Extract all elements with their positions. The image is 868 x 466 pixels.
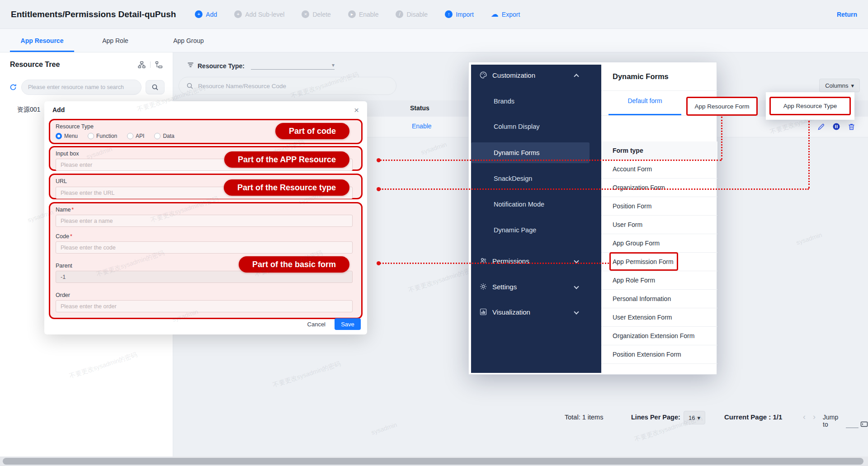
form-type-item[interactable]: Organization Extension Form	[601, 327, 717, 345]
radio-dot	[56, 133, 62, 139]
radio-menu-label: Menu	[64, 133, 78, 139]
sidebar-section-permissions[interactable]: Permissions	[471, 250, 601, 271]
form-type-item[interactable]: App Role Form	[601, 271, 717, 290]
add-sublevel-icon: +	[234, 10, 242, 18]
sidebar-item-column-display[interactable]: Column Display	[471, 116, 601, 137]
tab-app-group[interactable]: App Group	[152, 29, 225, 52]
sidebar-item-snackdesign[interactable]: SnackDesign	[471, 168, 601, 189]
form-type-item[interactable]: User Extension Form	[601, 308, 717, 327]
cancel-button[interactable]: Cancel	[307, 321, 326, 328]
radio-api[interactable]: API	[127, 133, 144, 139]
sidebar-section-settings[interactable]: Settings	[471, 276, 601, 297]
annotation-part-of-basic-form: Part of the basic form	[239, 256, 349, 273]
lines-per-page-value: 16	[689, 414, 695, 421]
return-link[interactable]: Return	[837, 11, 857, 18]
export-cloud-icon: ☁	[491, 10, 499, 18]
input-box-section: Input box Part of the APP Resource	[49, 146, 363, 171]
tree-search-input[interactable]	[21, 80, 142, 95]
jump-to-input[interactable]	[846, 421, 859, 428]
lines-per-page-select[interactable]: 16 ▾	[684, 411, 705, 424]
trash-icon[interactable]	[848, 123, 855, 131]
form-type-item[interactable]: Personal Information	[601, 290, 717, 308]
form-type-item[interactable]: Organization Form	[601, 179, 717, 197]
tab-default-form[interactable]: Default form	[609, 97, 681, 104]
sidebar-item-brands[interactable]: Brands	[471, 91, 601, 112]
add-dialog: Add × Resource Type Menu Function API Da…	[44, 101, 367, 334]
order-field[interactable]	[56, 300, 353, 312]
radio-data-label: Data	[163, 133, 174, 139]
sidebar-item-dynamic-forms[interactable]: Dynamic Forms	[471, 142, 590, 163]
form-type-item[interactable]: Account Form	[601, 160, 717, 179]
add-button[interactable]: + Add	[195, 10, 217, 18]
sidebar-item-dynamic-page[interactable]: Dynamic Page	[471, 220, 601, 240]
columns-button[interactable]: Columns ▾	[819, 79, 860, 92]
form-type-header: Form type	[601, 141, 717, 160]
edit-icon[interactable]	[817, 123, 825, 131]
resource-type-select[interactable]: ▾	[251, 60, 335, 70]
name-field[interactable]	[56, 215, 353, 227]
tab-app-resource-type[interactable]: App Resource Type	[769, 97, 851, 115]
chevron-down-icon	[574, 258, 579, 263]
overlay-sidebar: Customization Brands Column Display Dyna…	[471, 65, 601, 373]
resource-type-label: Resource Type:	[198, 62, 245, 70]
close-icon[interactable]: ×	[354, 106, 359, 114]
resource-search	[179, 77, 396, 95]
refresh-icon[interactable]	[9, 83, 17, 91]
tree-list-icon[interactable]	[155, 61, 163, 69]
save-button[interactable]: Save	[335, 318, 361, 330]
add-sublevel-button[interactable]: + Add Sub-level	[234, 10, 284, 18]
radio-function[interactable]: Function	[88, 133, 117, 139]
horizontal-scrollbar[interactable]	[0, 457, 868, 466]
code-field[interactable]	[56, 241, 353, 254]
tree-layout-icon[interactable]	[138, 61, 146, 69]
prev-page-icon[interactable]: ‹	[803, 412, 806, 422]
scrollbar-thumb[interactable]	[3, 458, 863, 465]
disable-icon: /	[396, 10, 403, 18]
form-type-item[interactable]: Position Form	[601, 197, 717, 216]
enable-button[interactable]: ▶ Enable	[348, 10, 379, 18]
radio-menu[interactable]: Menu	[56, 133, 78, 139]
form-type-list: Account Form Organization Form Position …	[601, 160, 717, 364]
tree-search-button[interactable]	[146, 80, 165, 94]
next-page-icon[interactable]: ›	[813, 412, 816, 422]
bar-chart-icon	[480, 308, 487, 315]
sidebar-section-customization[interactable]: Customization	[471, 65, 601, 85]
delete-button[interactable]: × Delete	[302, 10, 330, 18]
resource-search-input[interactable]	[198, 83, 389, 89]
dialog-title: Add	[52, 106, 65, 113]
required-mark: *	[70, 233, 72, 240]
radio-data[interactable]: Data	[154, 133, 174, 139]
radio-dot	[127, 133, 133, 139]
disable-button[interactable]: / Disable	[396, 10, 428, 18]
top-header-bar: Entitlements/Permissions Detail-quPush +…	[0, 0, 868, 29]
basic-form-section: Name* Code* Parent Order Part of the bas…	[49, 202, 363, 319]
tab-app-resource-form[interactable]: App Resource Form	[686, 97, 758, 116]
form-type-item[interactable]: Position Extension Form	[601, 345, 717, 364]
form-type-item[interactable]: App Group Form	[601, 234, 717, 253]
caret-down-icon: ▾	[332, 62, 335, 68]
annotation-part-of-code: Part of code	[275, 123, 349, 139]
chevron-down-icon	[574, 284, 579, 289]
export-button[interactable]: ☁ Export	[491, 10, 520, 18]
tab-app-resource[interactable]: App Resource	[5, 29, 79, 52]
active-tab-underline	[609, 114, 681, 115]
status-cell[interactable]: Enable	[412, 122, 432, 130]
import-button[interactable]: ↑ Import	[445, 10, 474, 18]
sidebar-item-notification-mode[interactable]: Notification Mode	[471, 194, 601, 215]
parent-field[interactable]	[56, 271, 353, 283]
name-label: Name	[56, 207, 71, 213]
form-type-item[interactable]: User Form	[601, 216, 717, 234]
annotation-part-of-resource-type: Part of the Resource type	[224, 179, 349, 196]
add-sublevel-label: Add Sub-level	[245, 11, 284, 18]
app-resource-type-card: App Resource Type	[766, 92, 854, 120]
resource-type-section: Resource Type Menu Function API Data Par…	[49, 119, 363, 144]
tab-app-role[interactable]: App Role	[79, 29, 152, 52]
order-label: Order	[56, 292, 356, 298]
permissions-label: Permissions	[492, 257, 529, 265]
people-icon	[480, 257, 487, 264]
import-label: Import	[456, 11, 474, 18]
visualization-label: Visualization	[492, 308, 530, 316]
pause-icon[interactable]	[832, 122, 840, 131]
sidebar-section-visualization[interactable]: Visualization	[471, 301, 601, 322]
form-type-item-app-permission[interactable]: App Permission Form	[601, 253, 717, 271]
